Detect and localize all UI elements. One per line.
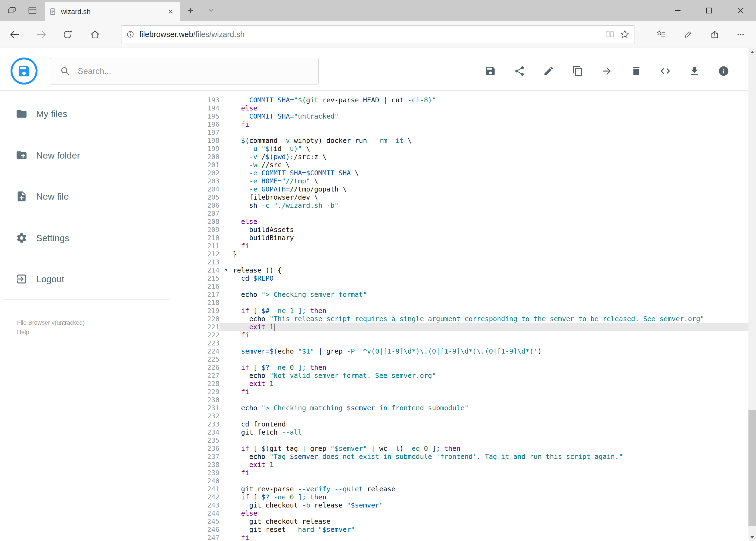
code-line[interactable]: 242 if [ $? -ne 0 ]; then — [178, 493, 748, 501]
code-line[interactable]: 227 echo "Not valid semver format. See s… — [178, 372, 748, 380]
page-info-icon[interactable] — [126, 30, 135, 39]
code-line[interactable]: 233 cd frontend — [178, 420, 748, 428]
code-line[interactable]: 196 fi — [178, 121, 748, 129]
sidebar-item-settings[interactable]: Settings — [0, 225, 178, 252]
code-editor[interactable]: 193 COMMIT_SHA="$(git rev-parse HEAD | c… — [178, 90, 748, 541]
search-input[interactable] — [77, 66, 300, 76]
code-line[interactable]: 223 — [178, 339, 748, 347]
code-line[interactable]: 228 exit 1 — [178, 380, 748, 388]
code-line[interactable]: 193 COMMIT_SHA="$(git rev-parse HEAD | c… — [178, 96, 748, 104]
page-scrollbar[interactable] — [748, 48, 756, 541]
tab-preview-button[interactable] — [25, 4, 39, 17]
new-tab-button[interactable] — [183, 4, 197, 17]
scroll-down-button[interactable] — [748, 533, 756, 541]
code-line[interactable]: 240 — [178, 477, 748, 485]
back-button[interactable] — [7, 27, 22, 42]
code-line[interactable]: 236 if [ $(git tag | grep "$semver" | wc… — [178, 445, 748, 453]
code-line[interactable]: 235 — [178, 436, 748, 445]
code-line[interactable]: 211 fi — [178, 242, 748, 250]
code-line[interactable]: 237 echo "Tag $semver does not exist in … — [178, 453, 748, 461]
code-line[interactable]: 207 — [178, 210, 748, 218]
code-line[interactable]: 238 exit 1 — [178, 461, 748, 469]
code-line[interactable]: 200 -v /$(pwd):/src:z \ — [178, 153, 748, 161]
code-line[interactable]: 224 semver=$(echo "$1" | grep -P '^v(0|[… — [178, 347, 748, 355]
address-bar[interactable]: filebrowser.web/files/wizard.sh — [121, 25, 635, 43]
code-line[interactable]: 231 echo "> Checking matching $semver in… — [178, 404, 748, 412]
code-line[interactable]: 243 git checkout -b release "$semver" — [178, 501, 748, 509]
code-line[interactable]: 206 sh -c "./wizard.sh -b" — [178, 202, 748, 210]
forward-button[interactable] — [34, 27, 49, 42]
code-line[interactable]: 198 $(command -v winpty) docker run --rm… — [178, 137, 748, 145]
share-page-button[interactable] — [707, 27, 722, 42]
refresh-button[interactable] — [60, 27, 75, 42]
browser-tab[interactable]: wizard.sh — [45, 2, 180, 21]
url-text[interactable]: filebrowser.web/files/wizard.sh — [139, 30, 245, 39]
code-line[interactable]: 202 -e COMMIT_SHA=$COMMIT_SHA \ — [178, 169, 748, 177]
code-line[interactable]: 220 echo "This release script requires a… — [178, 315, 748, 323]
scroll-up-button[interactable] — [748, 48, 756, 56]
code-line[interactable]: 201 -w //src \ — [178, 161, 748, 169]
sidebar-item-my-files[interactable]: My files — [0, 100, 178, 127]
code-line[interactable]: 212} — [178, 250, 748, 258]
code-line[interactable]: 241 git rev-parse --verify --quiet relea… — [178, 485, 748, 493]
code-line[interactable]: 247 fi — [178, 534, 748, 541]
code-line[interactable]: 203 -e HOME="//tmp" \ — [178, 177, 748, 185]
code-line[interactable]: 199 -u "$(id -u)" \ — [178, 145, 748, 153]
code-line[interactable]: 204 -e GOPATH=//tmp/gopath \ — [178, 185, 748, 194]
code-line[interactable]: 234 git fetch --all — [178, 428, 748, 436]
code-view-button[interactable] — [657, 63, 673, 79]
copy-button[interactable] — [570, 63, 586, 79]
tab-list-chevron-button[interactable] — [204, 4, 218, 17]
code-line[interactable]: 213 — [178, 258, 748, 266]
info-button[interactable] — [715, 63, 732, 79]
code-line[interactable]: 210 buildBinary — [178, 234, 748, 242]
code-line[interactable]: 218 — [178, 299, 748, 307]
sidebar-item-new-folder[interactable]: New folder — [0, 142, 178, 169]
share-button[interactable] — [511, 63, 528, 79]
fold-marker-icon[interactable]: ▾ — [225, 266, 227, 273]
set-tabs-aside-button[interactable] — [5, 4, 19, 17]
code-line[interactable]: 232 — [178, 412, 748, 420]
web-note-pen-button[interactable] — [680, 27, 695, 42]
more-options-button[interactable] — [733, 27, 748, 42]
home-button[interactable] — [88, 27, 103, 42]
edit-button[interactable] — [541, 63, 557, 79]
hub-favorites-button[interactable] — [653, 27, 668, 42]
sidebar-item-new-file[interactable]: New file — [0, 183, 178, 210]
search-box[interactable] — [50, 58, 319, 85]
reading-view-button[interactable] — [602, 27, 617, 42]
code-line[interactable]: 229 fi — [178, 388, 748, 396]
code-line[interactable]: 222 fi — [178, 331, 748, 339]
code-line[interactable]: 194 else — [178, 104, 748, 112]
scrollbar-thumb[interactable] — [748, 410, 756, 526]
save-button[interactable] — [482, 63, 499, 79]
code-line[interactable]: 226 if [ $? -ne 0 ]; then — [178, 363, 748, 372]
code-line[interactable]: 195 COMMIT_SHA="untracked" — [178, 112, 748, 121]
code-line[interactable]: 219 if [ $# -ne 1 ]; then — [178, 307, 748, 315]
tab-close-button[interactable] — [165, 6, 176, 17]
code-line[interactable]: 205 filebrowser/dev \ — [178, 194, 748, 202]
code-line[interactable]: 225 — [178, 355, 748, 363]
code-line[interactable]: 197 — [178, 129, 748, 137]
code-line[interactable]: 230 — [178, 396, 748, 404]
delete-button[interactable] — [628, 63, 644, 79]
code-line[interactable]: 216 — [178, 282, 748, 290]
move-button[interactable] — [599, 63, 615, 79]
window-minimize-button[interactable] — [662, 0, 693, 21]
code-line[interactable]: 244 else — [178, 509, 748, 517]
code-line[interactable]: 209 buildAssets — [178, 226, 748, 234]
code-line[interactable]: 215 cd $REPO — [178, 274, 748, 282]
code-line[interactable]: 239 fi — [178, 469, 748, 477]
sidebar-item-logout[interactable]: Logout — [0, 266, 178, 292]
code-line[interactable]: 245 git checkout release — [178, 517, 748, 526]
code-line[interactable]: 208 else — [178, 218, 748, 226]
download-button[interactable] — [686, 63, 702, 79]
filebrowser-logo[interactable] — [11, 58, 38, 85]
window-maximize-button[interactable] — [693, 0, 725, 21]
code-line[interactable]: 217 echo "> Checking semver format" — [178, 290, 748, 299]
favorite-star-button[interactable] — [617, 27, 632, 42]
code-line[interactable]: 246 git reset --hard "$semver" — [178, 526, 748, 534]
window-close-button[interactable] — [725, 0, 756, 21]
code-line[interactable]: 221 exit 1 — [178, 323, 748, 331]
help-link[interactable]: Help — [17, 329, 29, 335]
